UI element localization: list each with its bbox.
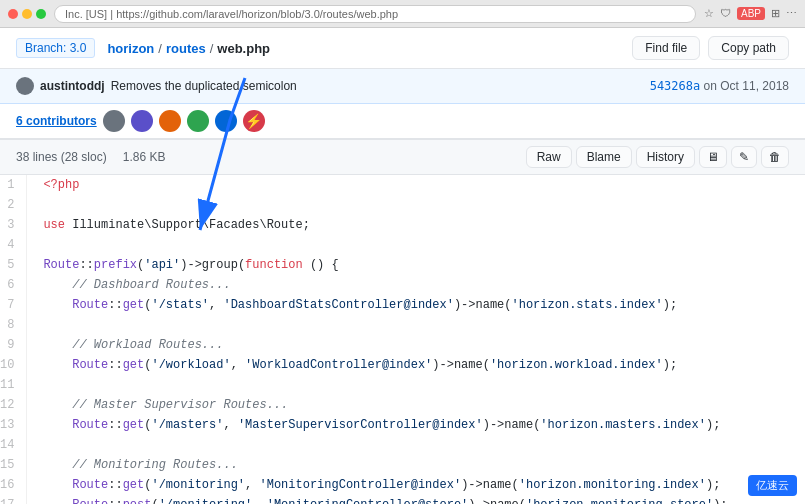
- commit-message: Removes the duplicated semicolon: [111, 79, 297, 93]
- contributors-link[interactable]: 6 contributors: [16, 114, 97, 128]
- menu-icon[interactable]: ⋯: [786, 7, 797, 20]
- line-number[interactable]: 13: [0, 415, 27, 435]
- line-number[interactable]: 11: [0, 375, 27, 395]
- table-row: 13 Route::get('/masters', 'MasterSupervi…: [0, 415, 805, 435]
- watermark: 亿速云: [748, 475, 797, 496]
- browser-bar: Inc. [US] | https://github.com/laravel/h…: [0, 0, 805, 28]
- breadcrumb-repo[interactable]: horizon: [107, 41, 154, 56]
- line-code: Route::get('/monitoring', 'MonitoringCon…: [27, 475, 805, 495]
- line-number[interactable]: 7: [0, 295, 27, 315]
- line-code: Route::post('/monitoring', 'MonitoringCo…: [27, 495, 805, 504]
- table-row: 10 Route::get('/workload', 'WorkloadCont…: [0, 355, 805, 375]
- line-code: Route::get('/stats', 'DashboardStatsCont…: [27, 295, 805, 315]
- file-actions: Find file Copy path: [632, 36, 789, 60]
- copy-path-button[interactable]: Copy path: [708, 36, 789, 60]
- table-row: 1<?php: [0, 175, 805, 195]
- line-code: [27, 235, 805, 255]
- breadcrumb-dir[interactable]: routes: [166, 41, 206, 56]
- commit-info-left: austintoddj Removes the duplicated semic…: [16, 77, 297, 95]
- table-row: 8: [0, 315, 805, 335]
- line-number[interactable]: 10: [0, 355, 27, 375]
- line-number[interactable]: 16: [0, 475, 27, 495]
- branch-selector[interactable]: Branch: 3.0: [16, 38, 95, 58]
- table-row: 16 Route::get('/monitoring', 'Monitoring…: [0, 475, 805, 495]
- table-row: 12 // Master Supervisor Routes...: [0, 395, 805, 415]
- line-number[interactable]: 9: [0, 335, 27, 355]
- line-number[interactable]: 1: [0, 175, 27, 195]
- commit-info-right: 543268a on Oct 11, 2018: [650, 79, 789, 93]
- table-row: 9 // Workload Routes...: [0, 335, 805, 355]
- adblock-badge: ABP: [737, 7, 765, 20]
- dot-minimize[interactable]: [22, 9, 32, 19]
- line-code: [27, 315, 805, 335]
- contributors-bar: 6 contributors ⚡: [0, 104, 805, 139]
- contributor-avatar-1: [103, 110, 125, 132]
- page-wrapper: Inc. [US] | https://github.com/laravel/h…: [0, 0, 805, 504]
- code-view: 1<?php2 3use Illuminate\Support\Facades\…: [0, 175, 805, 504]
- file-toolbar: Branch: 3.0 horizon / routes / web.php F…: [0, 28, 805, 69]
- blame-button[interactable]: Blame: [576, 146, 632, 168]
- contributor-avatar-4: [187, 110, 209, 132]
- commit-author-avatar: [16, 77, 34, 95]
- table-row: 7 Route::get('/stats', 'DashboardStatsCo…: [0, 295, 805, 315]
- line-code: use Illuminate\Support\Facades\Route;: [27, 215, 805, 235]
- contributor-avatar-5: [215, 110, 237, 132]
- table-row: 14: [0, 435, 805, 455]
- file-lines: 38 lines (28 sloc): [16, 150, 107, 164]
- table-row: 3use Illuminate\Support\Facades\Route;: [0, 215, 805, 235]
- line-number[interactable]: 6: [0, 275, 27, 295]
- line-code: <?php: [27, 175, 805, 195]
- contributor-avatar-3: [159, 110, 181, 132]
- line-code: // Monitoring Routes...: [27, 455, 805, 475]
- commit-sha[interactable]: 543268a: [650, 79, 701, 93]
- line-code: // Workload Routes...: [27, 335, 805, 355]
- gh-content: Branch: 3.0 horizon / routes / web.php F…: [0, 28, 805, 504]
- table-row: 17 Route::post('/monitoring', 'Monitorin…: [0, 495, 805, 504]
- table-row: 11: [0, 375, 805, 395]
- raw-button[interactable]: Raw: [526, 146, 572, 168]
- breadcrumb-sep-2: /: [210, 41, 214, 56]
- line-code: [27, 435, 805, 455]
- contributor-avatar-6: ⚡: [243, 110, 265, 132]
- line-number[interactable]: 15: [0, 455, 27, 475]
- file-stats-info: 38 lines (28 sloc) 1.86 KB: [16, 150, 165, 164]
- line-number[interactable]: 17: [0, 495, 27, 504]
- browser-dots: [8, 9, 46, 19]
- shield-icon: 🛡: [720, 7, 731, 20]
- table-row: 15 // Monitoring Routes...: [0, 455, 805, 475]
- extension-icon: ⊞: [771, 7, 780, 20]
- history-button[interactable]: History: [636, 146, 695, 168]
- line-number[interactable]: 3: [0, 215, 27, 235]
- breadcrumb-area: Branch: 3.0 horizon / routes / web.php: [16, 38, 270, 58]
- breadcrumb-file: web.php: [217, 41, 270, 56]
- edit-icon-button[interactable]: ✎: [731, 146, 757, 168]
- table-row: 4: [0, 235, 805, 255]
- table-row: 2: [0, 195, 805, 215]
- commit-author-name[interactable]: austintoddj: [40, 79, 105, 93]
- line-number[interactable]: 14: [0, 435, 27, 455]
- line-code: // Dashboard Routes...: [27, 275, 805, 295]
- code-table: 1<?php2 3use Illuminate\Support\Facades\…: [0, 175, 805, 504]
- file-stats-actions: Raw Blame History 🖥 ✎ 🗑: [526, 146, 789, 168]
- find-file-button[interactable]: Find file: [632, 36, 700, 60]
- commit-bar: austintoddj Removes the duplicated semic…: [0, 69, 805, 104]
- star-icon[interactable]: ☆: [704, 7, 714, 20]
- line-code: // Master Supervisor Routes...: [27, 395, 805, 415]
- file-stats-bar: 38 lines (28 sloc) 1.86 KB Raw Blame His…: [0, 139, 805, 175]
- line-number[interactable]: 4: [0, 235, 27, 255]
- line-code: Route::prefix('api')->group(function () …: [27, 255, 805, 275]
- line-number[interactable]: 5: [0, 255, 27, 275]
- line-number[interactable]: 2: [0, 195, 27, 215]
- table-row: 5Route::prefix('api')->group(function ()…: [0, 255, 805, 275]
- line-number[interactable]: 12: [0, 395, 27, 415]
- dot-fullscreen[interactable]: [36, 9, 46, 19]
- line-number[interactable]: 8: [0, 315, 27, 335]
- delete-icon-button[interactable]: 🗑: [761, 146, 789, 168]
- commit-date: on Oct 11, 2018: [704, 79, 789, 93]
- desktop-icon-button[interactable]: 🖥: [699, 146, 727, 168]
- line-code: [27, 195, 805, 215]
- dot-close[interactable]: [8, 9, 18, 19]
- browser-url: Inc. [US] | https://github.com/laravel/h…: [54, 5, 696, 23]
- table-row: 6 // Dashboard Routes...: [0, 275, 805, 295]
- line-code: Route::get('/workload', 'WorkloadControl…: [27, 355, 805, 375]
